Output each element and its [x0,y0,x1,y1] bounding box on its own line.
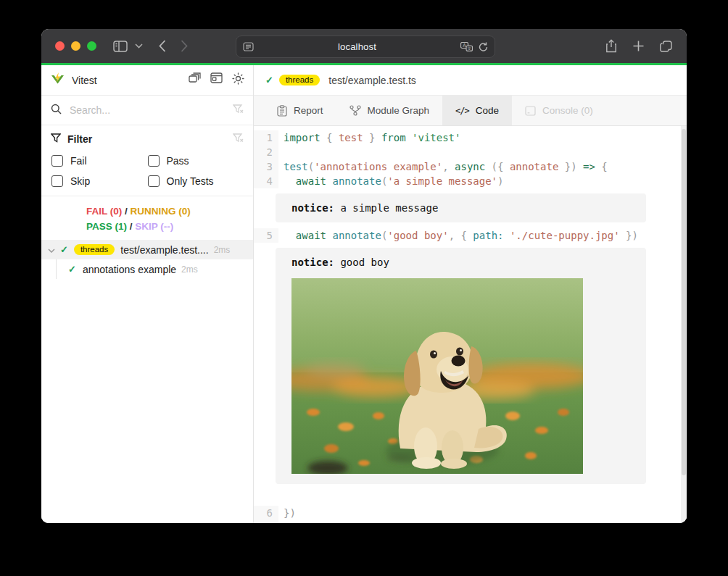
test-case-name: annotations example [83,264,176,275]
line-number: 6 [254,506,278,520]
search-icon [51,104,62,117]
file-path: test/example.test.ts [328,75,416,86]
test-file-duration: 2ms [214,245,231,255]
expand-chevron-icon[interactable] [48,246,55,254]
filter-checkbox-only-tests[interactable]: Only Tests [148,175,244,187]
clear-filter-icon[interactable] [233,133,244,146]
url-text: localhost [254,41,460,52]
annotation-notice: notice: a simple message [276,193,646,222]
code-text: import { test } from 'vitest' [278,130,460,145]
filter-checkbox-pass[interactable]: Pass [148,155,244,167]
checkbox-label: Only Tests [167,175,214,187]
address-bar[interactable]: localhost A 文 [236,36,495,58]
tab-report[interactable]: Report [264,96,336,125]
traffic-lights [55,41,96,51]
code-editor[interactable]: 1import { test } from 'vitest'23test('an… [254,126,687,523]
app-title: Vitest [72,75,189,86]
checkbox-icon[interactable] [51,175,63,187]
code-line: 4 await annotate('a simple message') [254,174,681,188]
minimize-window-button[interactable] [71,41,80,51]
forward-button[interactable] [181,40,188,52]
tab-module-graph[interactable]: Module Graph [336,96,443,125]
test-case-duration: 2ms [181,264,198,275]
test-summary: FAIL (0) / RUNNING (0) PASS (1) / SKIP (… [41,196,253,240]
line-number: 7 [254,520,278,523]
checkbox-icon[interactable] [148,155,160,167]
code-text: test('annotations example', async ({ ann… [278,159,608,174]
search-input[interactable]: Search... [70,104,233,116]
sidebar-toggle-icon[interactable] [113,41,128,52]
filter-section: Filter Fail Pass [41,125,253,196]
test-case-row[interactable]: ✓ annotations example 2ms [41,259,253,279]
sun-icon[interactable] [232,72,244,88]
browser-window: localhost A 文 [41,29,687,523]
tab-code[interactable]: </> Code [442,96,512,125]
console-icon [525,106,536,116]
pass-check-icon: ✓ [265,75,273,85]
pass-check-icon: ✓ [60,244,68,255]
pool-badge: threads [74,244,115,255]
scrollbar-track[interactable] [681,126,687,523]
line-number: 3 [254,159,278,174]
tab-overview-icon[interactable] [660,41,672,52]
test-file-name: test/example.test.... [120,244,208,256]
share-icon[interactable] [605,39,617,53]
test-file-row[interactable]: ✓ threads test/example.test.... 2ms [41,240,253,259]
file-header: ✓ threads test/example.test.ts [254,65,687,96]
chevron-down-icon[interactable] [135,43,143,49]
code-line: 5 await annotate('good boy', { path: './… [254,228,681,243]
checkbox-icon[interactable] [51,155,63,167]
annotation-notice: notice: good boy [276,248,646,484]
zoom-window-button[interactable] [87,41,96,51]
line-number: 4 [254,174,278,188]
code-text: await annotate('good boy', { path: './cu… [278,228,638,243]
pool-badge: threads [279,75,320,85]
dashboard-icon[interactable] [210,72,223,88]
search-bar[interactable]: Search... [41,96,253,125]
pass-check-icon: ✓ [68,264,76,275]
code-icon: </> [455,106,469,116]
report-icon [277,105,287,117]
code-text: await annotate('a simple message') [278,174,503,188]
module-graph-icon [349,105,361,116]
svg-text:文: 文 [467,46,471,51]
back-button[interactable] [159,40,166,52]
main-panel: ✓ threads test/example.test.ts Report [254,65,687,523]
code-text [278,520,284,523]
code-line: 3test('annotations example', async ({ an… [254,159,681,174]
indent-guide [56,259,57,279]
browser-toolbar: localhost A 文 [41,29,687,63]
filter-checkbox-fail[interactable]: Fail [51,155,148,167]
code-text: }) [278,506,296,520]
pass-count: PASS (1) [86,221,127,232]
clear-search-filter-icon[interactable] [233,104,244,117]
line-number: 5 [254,228,278,243]
panels-icon[interactable] [189,72,201,88]
new-tab-icon[interactable] [633,41,644,51]
code-text [278,145,284,159]
vitest-logo-icon [50,72,65,89]
fail-count: FAIL (0) [86,206,122,217]
line-number: 1 [254,130,278,145]
checkbox-label: Pass [167,155,189,167]
code-line: 6}) [254,506,681,520]
code-line: 1import { test } from 'vitest' [254,130,681,145]
translate-icon[interactable]: A 文 [460,42,473,51]
notice-text: notice: a simple message [291,201,630,214]
running-count: RUNNING (0) [131,206,191,217]
scrollbar-thumb[interactable] [682,129,686,475]
sidebar: Vitest [41,65,254,523]
reload-icon[interactable] [479,42,488,52]
tab-bar: Report Module Graph </> Code [254,96,687,126]
notice-text: notice: good boy [291,256,630,269]
line-number: 2 [254,145,278,159]
checkbox-label: Fail [70,155,87,167]
filter-checkbox-skip[interactable]: Skip [51,175,148,187]
checkbox-icon[interactable] [148,175,160,187]
code-line: 7 [254,520,681,523]
close-window-button[interactable] [55,41,65,51]
page-settings-icon[interactable] [243,42,254,51]
tab-console[interactable]: Console (0) [512,96,606,125]
skip-count: SKIP (--) [135,221,173,232]
checkbox-label: Skip [70,175,90,187]
